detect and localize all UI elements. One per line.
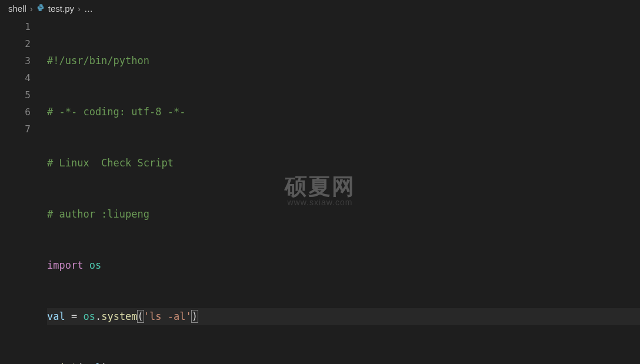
line-number: 6 — [0, 103, 31, 121]
code-line: # author :liupeng — [47, 206, 640, 223]
code-line: import os — [47, 257, 640, 274]
python-file-icon — [36, 4, 45, 14]
code-editor[interactable]: 1 2 3 4 5 6 7 #!/usr/bin/python # -*- co… — [0, 17, 640, 364]
code-line: print(val) — [47, 359, 640, 364]
code-line: #!/usr/bin/python — [47, 52, 640, 69]
chevron-right-icon: › — [30, 4, 33, 14]
breadcrumb-folder[interactable]: shell — [8, 4, 26, 14]
code-area[interactable]: #!/usr/bin/python # -*- coding: utf-8 -*… — [47, 18, 640, 364]
line-number: 1 — [0, 18, 31, 35]
code-line: val = os.system('ls -al') — [47, 308, 640, 325]
chevron-right-icon: › — [78, 4, 81, 14]
code-line: # Linux Check Script — [47, 155, 640, 172]
breadcrumb[interactable]: shell › test.py › … — [0, 0, 640, 17]
line-number-gutter: 1 2 3 4 5 6 7 — [0, 18, 47, 364]
breadcrumb-file[interactable]: test.py — [48, 4, 74, 14]
line-number: 7 — [0, 121, 31, 138]
line-number: 4 — [0, 69, 31, 86]
breadcrumb-ellipsis[interactable]: … — [84, 4, 93, 14]
code-line: # -*- coding: utf-8 -*- — [47, 103, 640, 121]
line-number: 5 — [0, 86, 31, 103]
line-number: 2 — [0, 35, 31, 52]
line-number: 3 — [0, 52, 31, 69]
